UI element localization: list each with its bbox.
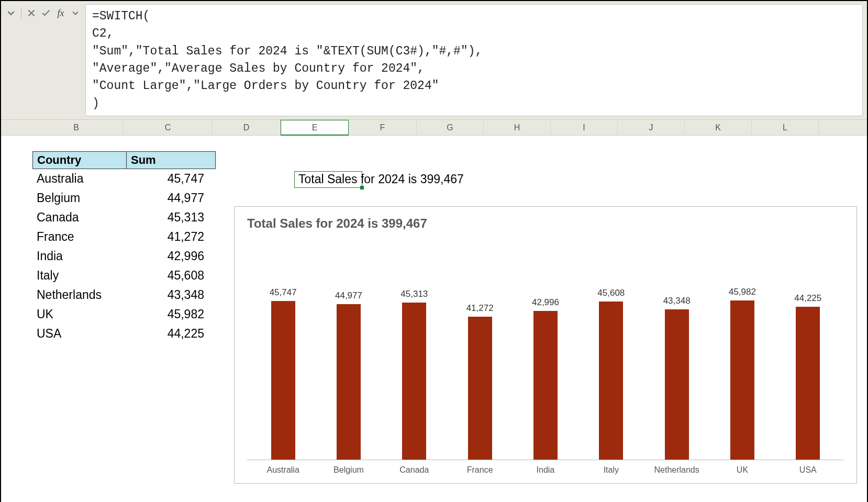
row-header-gutter (1, 120, 29, 135)
column-header-F[interactable]: F (349, 120, 417, 136)
table-row[interactable]: UK45,982 (32, 305, 216, 324)
column-header-row: BCDEFGHIJKL (1, 120, 867, 136)
formula-result-cell[interactable]: Total Sales for 2024 is 399,467 (298, 172, 464, 186)
chart-data-label: 45,982 (729, 287, 756, 297)
chart-bar (730, 300, 754, 460)
cell-country[interactable]: USA (32, 327, 127, 341)
table-row[interactable]: USA44,225 (32, 324, 216, 343)
chart-bar-group: 45,313 (388, 289, 440, 460)
table-header-aggregation[interactable]: Sum (127, 151, 216, 169)
cell-country[interactable]: UK (32, 307, 127, 321)
cell-country[interactable]: Canada (32, 210, 127, 225)
cell-value[interactable]: 45,982 (127, 307, 216, 321)
cell-value[interactable]: 41,272 (127, 230, 216, 244)
table-row[interactable]: Australia45,747 (32, 169, 216, 188)
table-row[interactable]: Belgium44,977 (32, 188, 216, 208)
cell-value[interactable]: 45,608 (127, 269, 216, 283)
column-header-K[interactable]: K (685, 120, 752, 136)
column-header-G[interactable]: G (417, 120, 484, 136)
table-row[interactable]: Canada45,313 (32, 208, 216, 227)
table-row[interactable]: Italy45,608 (32, 266, 216, 285)
cell-value[interactable]: 44,977 (127, 191, 216, 205)
chart-bar (271, 301, 295, 460)
cell-country[interactable]: France (32, 230, 127, 244)
table-row[interactable]: France41,272 (32, 227, 216, 247)
chart-bar-group: 45,982 (716, 287, 769, 460)
sales-bar-chart[interactable]: Total Sales for 2024 is 399,467 45,74744… (234, 206, 857, 484)
table-header-country[interactable]: Country (32, 151, 127, 169)
worksheet-grid[interactable]: Country Sum Australia45,747Belgium44,977… (1, 136, 867, 502)
column-header-E[interactable]: E (281, 120, 349, 136)
chart-bar-group: 42,996 (519, 297, 572, 460)
chart-title: Total Sales for 2024 is 399,467 (247, 216, 844, 231)
cell-country[interactable]: Netherlands (32, 288, 127, 302)
chart-bar-group: 45,747 (257, 287, 309, 460)
chart-plot-area: 45,74744,97745,31341,27242,99645,60843,3… (247, 240, 844, 460)
divider (21, 8, 21, 18)
chart-bar-group: 45,608 (585, 288, 637, 460)
column-header-L[interactable]: L (752, 120, 819, 136)
chart-x-label: Italy (585, 465, 637, 475)
fx-icon[interactable]: fx (55, 7, 66, 19)
cell-value[interactable]: 45,313 (127, 210, 216, 225)
chart-bar (337, 304, 361, 460)
cell-value[interactable]: 45,747 (127, 172, 216, 186)
cell-country[interactable]: India (32, 249, 127, 263)
chart-bar (665, 309, 689, 460)
column-header-C[interactable]: C (124, 120, 213, 136)
chart-x-label: Belgium (322, 465, 375, 475)
fx-dropdown-icon[interactable] (70, 7, 81, 19)
chart-bar-group: 44,225 (782, 293, 834, 460)
formula-bar: fx =SWITCH( C2, "Sum","Total Sales for 2… (1, 1, 867, 120)
chart-x-label: Netherlands (651, 465, 703, 475)
chart-bar (402, 303, 426, 460)
chart-data-label: 44,225 (794, 293, 821, 304)
chart-bar (468, 317, 492, 460)
chart-data-label: 41,272 (466, 303, 494, 314)
column-header-I[interactable]: I (551, 120, 618, 136)
column-header-H[interactable]: H (484, 120, 551, 136)
chart-data-label: 42,996 (532, 297, 559, 308)
formula-input[interactable]: =SWITCH( C2, "Sum","Total Sales for 2024… (85, 4, 863, 116)
namebox-dropdown-icon[interactable] (5, 7, 17, 19)
cell-value[interactable]: 42,996 (127, 249, 216, 263)
chart-x-label: France (454, 465, 506, 475)
chart-bar (599, 302, 623, 460)
chart-x-label: India (519, 465, 572, 475)
cancel-icon[interactable] (26, 7, 37, 19)
column-header-D[interactable]: D (213, 120, 281, 136)
chart-bar-group: 43,348 (651, 296, 703, 460)
cell-country[interactable]: Italy (32, 269, 127, 283)
column-header-B[interactable]: B (29, 120, 124, 136)
chart-data-label: 45,747 (270, 287, 297, 298)
chart-data-label: 43,348 (663, 296, 691, 306)
chart-bar-group: 44,977 (322, 291, 375, 460)
country-sales-table: Country Sum Australia45,747Belgium44,977… (32, 151, 216, 343)
chart-bar (796, 307, 820, 460)
cell-country[interactable]: Australia (32, 172, 127, 186)
chart-data-label: 45,608 (597, 288, 625, 298)
chart-x-label: UK (716, 465, 769, 475)
column-header-J[interactable]: J (618, 120, 685, 136)
cell-value[interactable]: 43,348 (127, 288, 216, 302)
chart-x-label: Australia (257, 465, 309, 475)
table-header-row: Country Sum (32, 151, 216, 169)
cell-country[interactable]: Belgium (32, 191, 127, 205)
chart-x-label: USA (782, 465, 834, 475)
table-row[interactable]: India42,996 (32, 247, 216, 266)
chart-x-label: Canada (388, 465, 440, 475)
chart-x-axis-labels: AustraliaBelgiumCanadaFranceIndiaItalyNe… (247, 465, 844, 475)
formula-bar-controls: fx (5, 4, 81, 19)
chart-bar-group: 41,272 (454, 303, 506, 460)
enter-icon[interactable] (40, 7, 52, 19)
table-row[interactable]: Netherlands43,348 (32, 285, 216, 305)
chart-data-label: 44,977 (335, 291, 362, 301)
chart-data-label: 45,313 (400, 289, 428, 299)
cell-value[interactable]: 44,225 (127, 327, 216, 341)
chart-bar (533, 311, 558, 460)
